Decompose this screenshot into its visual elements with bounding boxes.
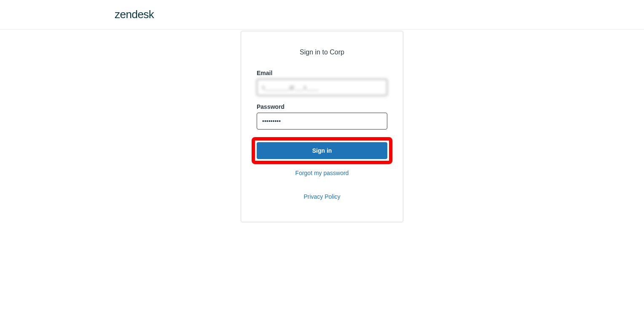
zendesk-logo: zendesk: [115, 8, 154, 21]
forgot-password-row: Forgot my password: [257, 169, 387, 177]
signin-title: Sign in to Corp: [257, 49, 387, 56]
password-input[interactable]: [257, 113, 387, 130]
password-label: Password: [257, 103, 387, 110]
privacy-row: Privacy Policy: [257, 193, 387, 200]
privacy-policy-link[interactable]: Privacy Policy: [303, 193, 340, 200]
signin-button[interactable]: Sign in: [257, 142, 387, 159]
signin-card: Sign in to Corp Email Password Sign in F…: [240, 30, 404, 223]
email-field-group: Email: [257, 70, 387, 96]
password-field-group: Password: [257, 103, 387, 130]
forgot-password-link[interactable]: Forgot my password: [295, 170, 349, 176]
main-container: Sign in to Corp Email Password Sign in F…: [0, 30, 644, 223]
header: zendesk: [0, 0, 644, 30]
email-label: Email: [257, 70, 387, 76]
email-input[interactable]: [257, 79, 387, 96]
highlight-box: Sign in: [252, 137, 392, 164]
